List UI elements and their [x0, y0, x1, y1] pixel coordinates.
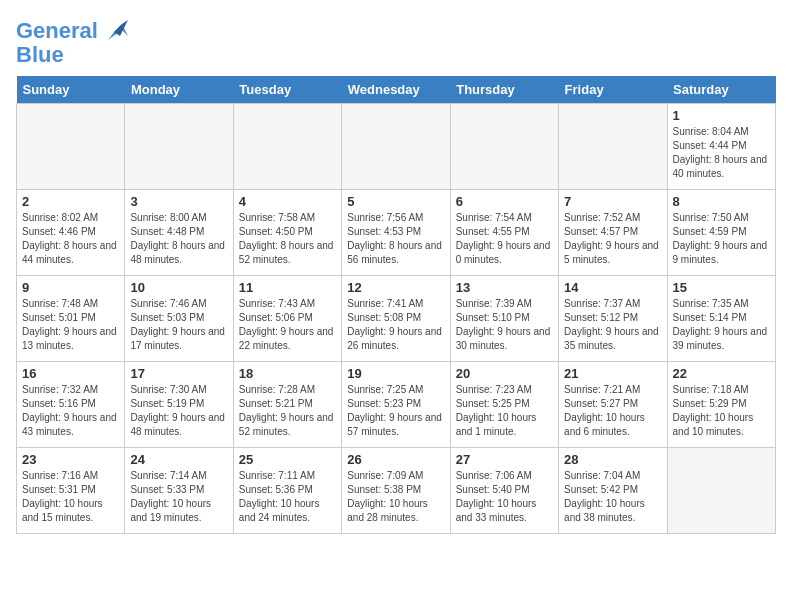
day-number: 22: [673, 366, 770, 381]
day-cell: 28Sunrise: 7:04 AM Sunset: 5:42 PM Dayli…: [559, 448, 667, 534]
day-cell: 7Sunrise: 7:52 AM Sunset: 4:57 PM Daylig…: [559, 190, 667, 276]
day-number: 20: [456, 366, 553, 381]
day-info: Sunrise: 7:28 AM Sunset: 5:21 PM Dayligh…: [239, 383, 336, 439]
day-cell: 12Sunrise: 7:41 AM Sunset: 5:08 PM Dayli…: [342, 276, 450, 362]
day-cell: 4Sunrise: 7:58 AM Sunset: 4:50 PM Daylig…: [233, 190, 341, 276]
day-number: 16: [22, 366, 119, 381]
day-cell: 20Sunrise: 7:23 AM Sunset: 5:25 PM Dayli…: [450, 362, 558, 448]
day-info: Sunrise: 7:48 AM Sunset: 5:01 PM Dayligh…: [22, 297, 119, 353]
day-number: 23: [22, 452, 119, 467]
day-number: 15: [673, 280, 770, 295]
day-cell: 14Sunrise: 7:37 AM Sunset: 5:12 PM Dayli…: [559, 276, 667, 362]
day-number: 8: [673, 194, 770, 209]
day-cell: 2Sunrise: 8:02 AM Sunset: 4:46 PM Daylig…: [17, 190, 125, 276]
day-info: Sunrise: 7:41 AM Sunset: 5:08 PM Dayligh…: [347, 297, 444, 353]
day-info: Sunrise: 7:46 AM Sunset: 5:03 PM Dayligh…: [130, 297, 227, 353]
day-info: Sunrise: 7:39 AM Sunset: 5:10 PM Dayligh…: [456, 297, 553, 353]
weekday-header-wednesday: Wednesday: [342, 76, 450, 104]
day-cell: 8Sunrise: 7:50 AM Sunset: 4:59 PM Daylig…: [667, 190, 775, 276]
day-info: Sunrise: 7:32 AM Sunset: 5:16 PM Dayligh…: [22, 383, 119, 439]
day-cell: 1Sunrise: 8:04 AM Sunset: 4:44 PM Daylig…: [667, 104, 775, 190]
day-info: Sunrise: 7:06 AM Sunset: 5:40 PM Dayligh…: [456, 469, 553, 525]
day-info: Sunrise: 7:43 AM Sunset: 5:06 PM Dayligh…: [239, 297, 336, 353]
day-cell: [450, 104, 558, 190]
day-number: 24: [130, 452, 227, 467]
day-info: Sunrise: 7:23 AM Sunset: 5:25 PM Dayligh…: [456, 383, 553, 439]
day-cell: 15Sunrise: 7:35 AM Sunset: 5:14 PM Dayli…: [667, 276, 775, 362]
week-row-5: 23Sunrise: 7:16 AM Sunset: 5:31 PM Dayli…: [17, 448, 776, 534]
day-info: Sunrise: 7:50 AM Sunset: 4:59 PM Dayligh…: [673, 211, 770, 267]
logo-icon: [100, 16, 130, 46]
day-info: Sunrise: 7:09 AM Sunset: 5:38 PM Dayligh…: [347, 469, 444, 525]
day-info: Sunrise: 7:56 AM Sunset: 4:53 PM Dayligh…: [347, 211, 444, 267]
day-cell: 23Sunrise: 7:16 AM Sunset: 5:31 PM Dayli…: [17, 448, 125, 534]
day-number: 9: [22, 280, 119, 295]
day-number: 26: [347, 452, 444, 467]
day-cell: 24Sunrise: 7:14 AM Sunset: 5:33 PM Dayli…: [125, 448, 233, 534]
day-info: Sunrise: 7:58 AM Sunset: 4:50 PM Dayligh…: [239, 211, 336, 267]
day-number: 28: [564, 452, 661, 467]
day-cell: 18Sunrise: 7:28 AM Sunset: 5:21 PM Dayli…: [233, 362, 341, 448]
day-cell: 10Sunrise: 7:46 AM Sunset: 5:03 PM Dayli…: [125, 276, 233, 362]
day-info: Sunrise: 7:54 AM Sunset: 4:55 PM Dayligh…: [456, 211, 553, 267]
day-cell: [125, 104, 233, 190]
day-number: 19: [347, 366, 444, 381]
weekday-header-sunday: Sunday: [17, 76, 125, 104]
day-number: 21: [564, 366, 661, 381]
day-number: 18: [239, 366, 336, 381]
calendar-table: SundayMondayTuesdayWednesdayThursdayFrid…: [16, 76, 776, 534]
logo: General Blue: [16, 16, 130, 68]
day-cell: 26Sunrise: 7:09 AM Sunset: 5:38 PM Dayli…: [342, 448, 450, 534]
page-header: General Blue: [16, 16, 776, 68]
day-number: 2: [22, 194, 119, 209]
day-info: Sunrise: 7:11 AM Sunset: 5:36 PM Dayligh…: [239, 469, 336, 525]
day-info: Sunrise: 8:04 AM Sunset: 4:44 PM Dayligh…: [673, 125, 770, 181]
weekday-header-friday: Friday: [559, 76, 667, 104]
day-info: Sunrise: 7:16 AM Sunset: 5:31 PM Dayligh…: [22, 469, 119, 525]
day-info: Sunrise: 7:52 AM Sunset: 4:57 PM Dayligh…: [564, 211, 661, 267]
day-info: Sunrise: 7:37 AM Sunset: 5:12 PM Dayligh…: [564, 297, 661, 353]
day-cell: 21Sunrise: 7:21 AM Sunset: 5:27 PM Dayli…: [559, 362, 667, 448]
day-info: Sunrise: 8:02 AM Sunset: 4:46 PM Dayligh…: [22, 211, 119, 267]
weekday-header-saturday: Saturday: [667, 76, 775, 104]
day-cell: [559, 104, 667, 190]
day-number: 7: [564, 194, 661, 209]
day-cell: [342, 104, 450, 190]
day-cell: [17, 104, 125, 190]
day-info: Sunrise: 7:21 AM Sunset: 5:27 PM Dayligh…: [564, 383, 661, 439]
day-cell: 16Sunrise: 7:32 AM Sunset: 5:16 PM Dayli…: [17, 362, 125, 448]
day-number: 25: [239, 452, 336, 467]
weekday-header-row: SundayMondayTuesdayWednesdayThursdayFrid…: [17, 76, 776, 104]
day-cell: 19Sunrise: 7:25 AM Sunset: 5:23 PM Dayli…: [342, 362, 450, 448]
day-number: 27: [456, 452, 553, 467]
week-row-2: 2Sunrise: 8:02 AM Sunset: 4:46 PM Daylig…: [17, 190, 776, 276]
day-number: 17: [130, 366, 227, 381]
day-number: 4: [239, 194, 336, 209]
day-info: Sunrise: 7:04 AM Sunset: 5:42 PM Dayligh…: [564, 469, 661, 525]
day-number: 3: [130, 194, 227, 209]
day-number: 5: [347, 194, 444, 209]
day-cell: 22Sunrise: 7:18 AM Sunset: 5:29 PM Dayli…: [667, 362, 775, 448]
day-number: 6: [456, 194, 553, 209]
day-cell: 3Sunrise: 8:00 AM Sunset: 4:48 PM Daylig…: [125, 190, 233, 276]
weekday-header-tuesday: Tuesday: [233, 76, 341, 104]
week-row-4: 16Sunrise: 7:32 AM Sunset: 5:16 PM Dayli…: [17, 362, 776, 448]
day-cell: 5Sunrise: 7:56 AM Sunset: 4:53 PM Daylig…: [342, 190, 450, 276]
day-cell: 25Sunrise: 7:11 AM Sunset: 5:36 PM Dayli…: [233, 448, 341, 534]
day-info: Sunrise: 7:14 AM Sunset: 5:33 PM Dayligh…: [130, 469, 227, 525]
weekday-header-monday: Monday: [125, 76, 233, 104]
day-info: Sunrise: 7:30 AM Sunset: 5:19 PM Dayligh…: [130, 383, 227, 439]
day-cell: 17Sunrise: 7:30 AM Sunset: 5:19 PM Dayli…: [125, 362, 233, 448]
day-cell: 6Sunrise: 7:54 AM Sunset: 4:55 PM Daylig…: [450, 190, 558, 276]
day-cell: 9Sunrise: 7:48 AM Sunset: 5:01 PM Daylig…: [17, 276, 125, 362]
day-number: 13: [456, 280, 553, 295]
day-cell: [233, 104, 341, 190]
day-number: 11: [239, 280, 336, 295]
day-number: 10: [130, 280, 227, 295]
logo-text: General: [16, 19, 98, 43]
day-cell: 11Sunrise: 7:43 AM Sunset: 5:06 PM Dayli…: [233, 276, 341, 362]
weekday-header-thursday: Thursday: [450, 76, 558, 104]
day-info: Sunrise: 8:00 AM Sunset: 4:48 PM Dayligh…: [130, 211, 227, 267]
day-cell: 13Sunrise: 7:39 AM Sunset: 5:10 PM Dayli…: [450, 276, 558, 362]
week-row-3: 9Sunrise: 7:48 AM Sunset: 5:01 PM Daylig…: [17, 276, 776, 362]
